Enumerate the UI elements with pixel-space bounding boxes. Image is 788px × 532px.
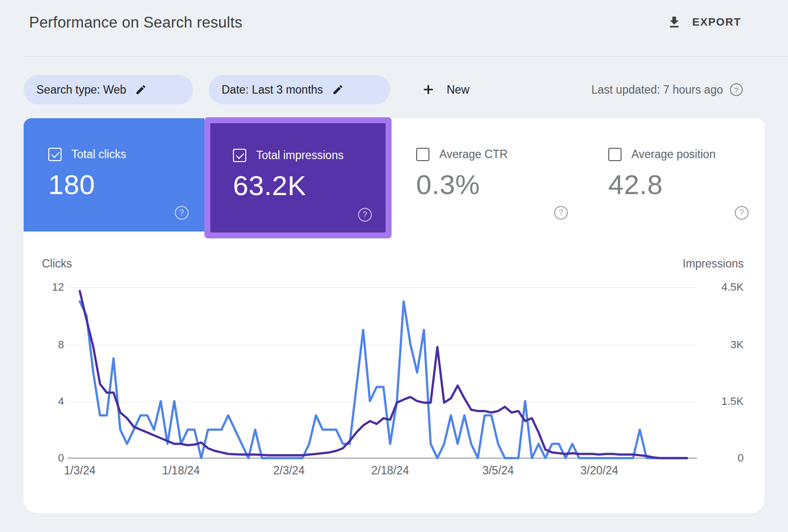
last-updated: Last updated: 7 hours ago ?	[591, 75, 743, 104]
date-filter-chip-label: Date: Last 3 months	[222, 83, 323, 97]
average-ctr-card[interactable]: Average CTR 0.3% ?	[392, 118, 584, 232]
x-tick-label: 1/3/24	[64, 464, 96, 477]
average-ctr-checkbox-empty-icon[interactable]	[416, 148, 429, 161]
export-label: EXPORT	[692, 16, 741, 29]
performance-panel: Total clicks 180 ? Total impressions 63.…	[24, 118, 764, 513]
date-filter-chip[interactable]: Date: Last 3 months	[209, 75, 390, 104]
total-clicks-label: Total clicks	[71, 148, 126, 161]
average-position-help-icon[interactable]: ?	[735, 206, 749, 220]
metric-cards-row: Total clicks 180 ? Total impressions 63.…	[24, 118, 764, 232]
performance-page: Performance on Search results EXPORT Sea…	[0, 0, 788, 532]
total-clicks-card[interactable]: Total clicks 180 ?	[24, 118, 204, 232]
total-impressions-checkbox-checked-icon[interactable]	[233, 149, 246, 162]
new-filter-button[interactable]: New	[421, 75, 469, 104]
average-position-label: Average position	[631, 148, 716, 161]
total-clicks-checkbox-checked-icon[interactable]	[48, 148, 62, 161]
page-title: Performance on Search results	[29, 14, 242, 32]
edit-pencil-icon	[332, 84, 344, 96]
total-impressions-label: Total impressions	[256, 149, 344, 162]
average-ctr-label: Average CTR	[439, 148, 508, 161]
performance-chart: Clicks Impressions 12 8 4 0 4.5K 3K 1.5K…	[24, 232, 764, 513]
header-divider	[24, 56, 788, 57]
search-type-chip-label: Search type: Web	[36, 83, 126, 97]
average-position-value: 42.8	[608, 168, 663, 200]
x-tick-label: 2/18/24	[371, 464, 409, 477]
last-updated-help-icon[interactable]: ?	[730, 83, 743, 96]
total-impressions-help-icon[interactable]: ?	[358, 208, 372, 222]
x-tick-label: 2/3/24	[273, 464, 305, 477]
average-position-card[interactable]: Average position 42.8 ?	[584, 118, 764, 232]
x-tick-label: 3/20/24	[581, 464, 619, 477]
average-position-checkbox-empty-icon[interactable]	[608, 148, 622, 161]
last-updated-text: Last updated: 7 hours ago	[591, 83, 723, 97]
average-ctr-value: 0.3%	[416, 168, 480, 200]
search-type-chip[interactable]: Search type: Web	[24, 75, 193, 104]
total-impressions-highlight[interactable]: Total impressions 63.2K ?	[204, 117, 392, 238]
export-button[interactable]: EXPORT	[667, 15, 741, 30]
total-impressions-value: 63.2K	[233, 169, 306, 201]
new-filter-label: New	[447, 83, 469, 97]
total-clicks-value: 180	[48, 168, 95, 200]
x-tick-label: 1/18/24	[162, 464, 200, 477]
average-ctr-help-icon[interactable]: ?	[554, 206, 568, 220]
edit-pencil-icon	[135, 84, 147, 96]
total-impressions-card[interactable]: Total impressions 63.2K ?	[210, 123, 386, 233]
plus-icon	[421, 82, 436, 97]
total-clicks-help-icon[interactable]: ?	[175, 206, 189, 220]
download-icon	[667, 15, 682, 30]
x-tick-label: 3/5/24	[482, 464, 514, 477]
